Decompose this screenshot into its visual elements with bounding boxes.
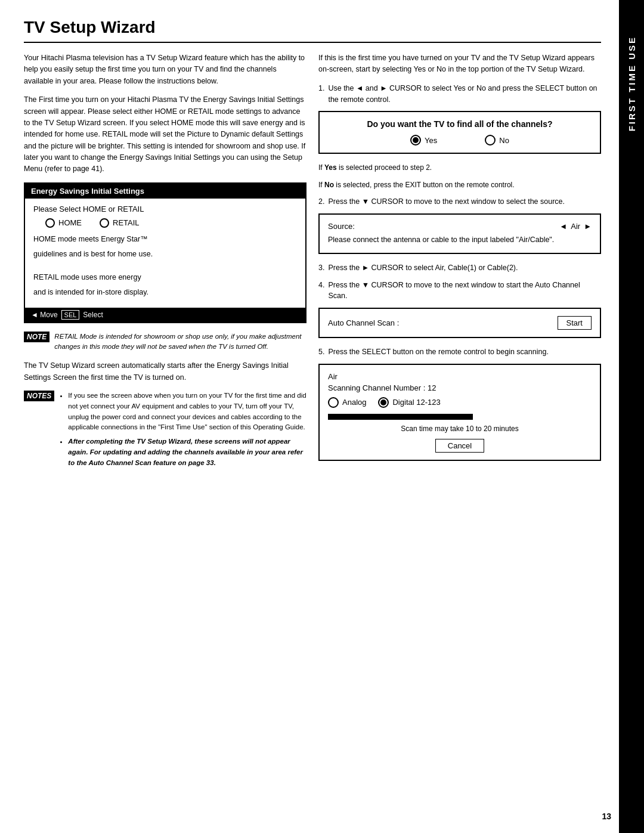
sidebar-right: FIRST TIME USE [619, 0, 644, 833]
home-retail-radio-row: HOME RETAIL [45, 218, 297, 228]
start-button[interactable]: Start [558, 316, 592, 330]
digital-label: Digital 12-123 [392, 398, 440, 407]
note-block: NOTE RETAIL Mode is intended for showroo… [24, 332, 306, 352]
home-mode-desc2: guidelines and is best for home use. [33, 249, 297, 260]
home-mode-desc1: HOME mode meets Energy Star™ [33, 234, 297, 245]
scanning-air-label: Air [328, 372, 592, 381]
step-2-num: 2. [318, 196, 324, 208]
sidebar-label: FIRST TIME USE [627, 36, 637, 131]
scanning-box: Air Scanning Channel Number : 12 Analog … [318, 364, 601, 461]
retail-mode-desc1: RETAIL mode uses more energy [33, 272, 297, 283]
page-title: TV Setup Wizard [24, 18, 601, 43]
cancel-button[interactable]: Cancel [435, 439, 484, 453]
no-option[interactable]: No [485, 135, 509, 145]
if-no-text: If No is selected, press the EXIT button… [318, 179, 601, 191]
channels-box: Do you want the TV to find all of the ch… [318, 111, 601, 154]
step-4-text: Press the ▼ CURSOR to move to the next w… [328, 280, 601, 302]
scanning-channel-number: 12 [428, 383, 436, 392]
notes-bullet-1: If you see the screen above when you tur… [68, 391, 306, 433]
source-air-label: Air [571, 222, 580, 231]
step-5-num: 5. [318, 346, 324, 358]
step-5: 5. Press the SELECT button on the remote… [318, 346, 601, 358]
notes-bullet-2: After completing the TV Setup Wizard, th… [68, 436, 306, 468]
energy-box-content: Please Select HOME or RETAIL HOME RETAIL [25, 199, 305, 308]
step-3: 3. Press the ► CURSOR to select Air, Cab… [318, 262, 601, 274]
step-2: 2. Press the ▼ CURSOR to move to the nex… [318, 196, 601, 208]
step-3-num: 3. [318, 262, 324, 274]
auto-channel-scan-label: Auto Channel Scan : [328, 318, 399, 327]
source-arrow-left-icon [559, 222, 567, 231]
channels-question: Do you want the TV to find all of the ch… [328, 119, 592, 129]
retail-mode-desc2: and is intended for in-store display. [33, 287, 297, 298]
page-container: FIRST TIME USE TV Setup Wizard Your Hita… [0, 0, 644, 833]
step-4: 4. Press the ▼ CURSOR to move to the nex… [318, 280, 601, 302]
scan-row: Auto Channel Scan : Start [328, 316, 592, 330]
step-5-text: Press the SELECT button on the remote co… [328, 346, 548, 358]
analog-label: Analog [342, 398, 366, 407]
main-content: TV Setup Wizard Your Hitachi Plasma tele… [0, 0, 619, 504]
source-value: Air [559, 222, 592, 231]
right-column: If this is the first time you have turne… [318, 52, 601, 481]
intro-paragraph-1: Your Hitachi Plasma television has a TV … [24, 52, 306, 87]
left-column: Your Hitachi Plasma television has a TV … [24, 52, 306, 481]
digital-radio [378, 397, 389, 408]
select-text: Select [83, 311, 103, 319]
analog-option[interactable]: Analog [328, 397, 366, 408]
yes-option[interactable]: Yes [410, 135, 437, 145]
yes-no-row: Yes No [328, 135, 592, 145]
intro-paragraph-2: The First time you turn on your Hitachi … [24, 94, 306, 175]
step-1-num: 1. [318, 83, 324, 106]
source-row: Source: Air [328, 222, 592, 231]
retail-label: RETAIL [113, 218, 140, 227]
retail-radio-circle [100, 218, 109, 228]
bottom-left-text: The TV Setup Wizard screen automatically… [24, 360, 306, 383]
analog-digital-row: Analog Digital 12-123 [328, 397, 592, 408]
home-radio-circle [45, 218, 55, 228]
source-desc: Please connect the antenna or cable to t… [328, 234, 592, 246]
scan-time-text: Scan time may take 10 to 20 minutes [328, 425, 592, 433]
home-label: HOME [58, 218, 82, 227]
scanning-channel-label: Scanning Channel Number : 12 [328, 383, 592, 392]
energy-savings-box: Energy Savings Initial Settings Please S… [24, 182, 306, 323]
two-column-layout: Your Hitachi Plasma television has a TV … [24, 52, 601, 481]
if-yes-text: If Yes is selected proceed to step 2. [318, 162, 601, 174]
auto-channel-scan-box: Auto Channel Scan : Start [318, 308, 601, 338]
move-select-bar: ◄ Move SEL Select [25, 308, 305, 322]
analog-radio [328, 397, 339, 408]
energy-box-title: Energy Savings Initial Settings [25, 184, 305, 199]
home-radio-option[interactable]: HOME [45, 218, 82, 228]
sel-badge: SEL [61, 310, 80, 320]
notes-content: If you see the screen above when you tur… [59, 391, 306, 472]
note-label: NOTE [24, 332, 49, 342]
retail-radio-option[interactable]: RETAIL [100, 218, 140, 228]
step-1: 1. Use the ◄ and ► CURSOR to select Yes … [318, 83, 601, 106]
step-3-text: Press the ► CURSOR to select Air, Cable(… [328, 262, 518, 274]
yes-label: Yes [425, 136, 437, 145]
step-4-num: 4. [318, 280, 324, 302]
move-text: ◄ Move [31, 311, 58, 319]
yes-radio [410, 135, 421, 145]
right-intro-text: If this is the first time you have turne… [318, 52, 601, 76]
source-label: Source: [328, 222, 355, 231]
select-home-retail-label: Please Select HOME or RETAIL [33, 205, 297, 213]
cancel-btn-row: Cancel [328, 439, 592, 453]
step-1-text: Use the ◄ and ► CURSOR to select Yes or … [328, 83, 601, 106]
step-2-text: Press the ▼ CURSOR to move to the next w… [328, 196, 565, 208]
notes-label: NOTES [24, 391, 54, 401]
notes-block: NOTES If you see the screen above when y… [24, 391, 306, 472]
source-arrow-right-icon [584, 222, 592, 231]
digital-option[interactable]: Digital 12-123 [378, 397, 440, 408]
note-text: RETAIL Mode is intended for showroom or … [54, 332, 306, 352]
source-box: Source: Air Please connect the antenna o… [318, 213, 601, 254]
no-label: No [499, 136, 509, 145]
page-number: 13 [602, 812, 611, 821]
no-radio [485, 135, 496, 145]
scan-progress-bar [328, 414, 473, 420]
